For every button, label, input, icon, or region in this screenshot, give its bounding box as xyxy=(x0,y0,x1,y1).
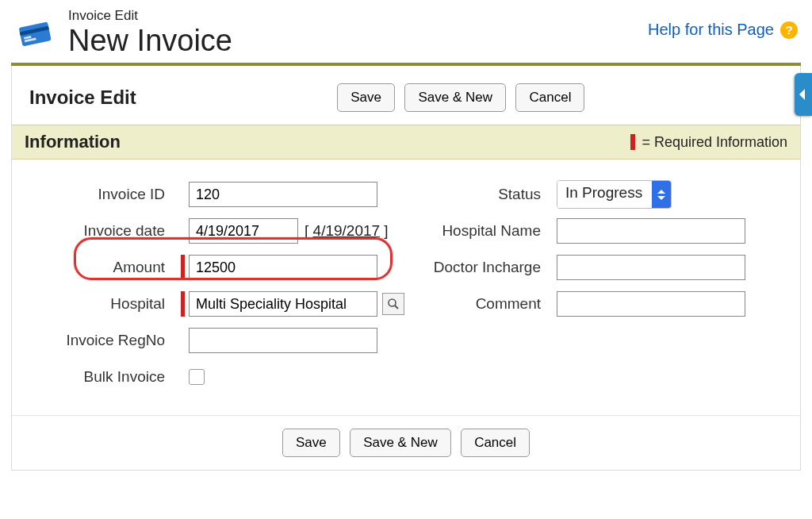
amount-label: Amount xyxy=(18,259,181,276)
invoice-id-label: Invoice ID xyxy=(18,186,181,203)
section-title: Information xyxy=(25,132,121,152)
invoice-card-icon xyxy=(16,14,54,52)
comment-label: Comment xyxy=(406,295,557,313)
status-label: Status xyxy=(406,186,557,203)
form-right-column: Status In Progress Hospital Name Doctor … xyxy=(406,172,794,399)
hospital-lookup-button[interactable] xyxy=(382,293,404,315)
hospital-input[interactable] xyxy=(189,291,377,317)
breadcrumb: Invoice Edit xyxy=(68,8,232,24)
edit-panel: Invoice Edit Save Save & New Cancel Info… xyxy=(11,66,801,471)
save-new-button[interactable]: Save & New xyxy=(350,429,451,457)
help-link[interactable]: Help for this Page ? xyxy=(648,21,798,39)
invoice-regno-label: Invoice RegNo xyxy=(18,332,181,349)
cancel-button[interactable]: Cancel xyxy=(461,429,530,457)
save-button[interactable]: Save xyxy=(282,429,340,457)
svg-line-5 xyxy=(395,306,398,309)
section-header: Information = Required Information xyxy=(12,125,800,160)
hospital-label: Hospital xyxy=(18,295,181,313)
required-bar-icon xyxy=(181,291,185,317)
hospital-name-input[interactable] xyxy=(557,218,745,244)
invoice-id-input[interactable] xyxy=(189,182,377,207)
invoice-date-quicklink[interactable]: [ 4/19/2017 ] xyxy=(304,222,389,240)
svg-point-4 xyxy=(389,299,396,306)
doctor-incharge-input[interactable] xyxy=(557,255,745,280)
comment-input[interactable] xyxy=(557,291,745,317)
invoice-regno-input[interactable] xyxy=(189,328,377,353)
status-select[interactable]: In Progress xyxy=(557,180,672,209)
top-button-row: Save Save & New Cancel xyxy=(136,83,786,112)
amount-input[interactable] xyxy=(189,255,377,280)
save-button[interactable]: Save xyxy=(337,83,395,112)
bulk-invoice-label: Bulk Invoice xyxy=(18,368,181,386)
page-title: New Invoice xyxy=(68,24,232,58)
bulk-invoice-checkbox[interactable] xyxy=(189,369,205,385)
bottom-button-row: Save Save & New Cancel xyxy=(12,415,800,470)
required-bar-icon xyxy=(630,134,635,150)
required-legend: = Required Information xyxy=(630,134,787,151)
form-left-column: Invoice ID Invoice date [ 4/19/2017 ] Am… xyxy=(18,172,406,399)
panel-title: Invoice Edit xyxy=(29,86,136,109)
help-link-label: Help for this Page xyxy=(648,21,774,39)
status-select-value: In Progress xyxy=(557,181,652,208)
form-body: Invoice ID Invoice date [ 4/19/2017 ] Am… xyxy=(12,160,800,415)
chevron-updown-icon xyxy=(652,181,671,208)
invoice-date-label: Invoice date xyxy=(18,222,181,240)
side-drawer-toggle[interactable] xyxy=(795,73,812,116)
required-legend-text: = Required Information xyxy=(642,134,787,151)
save-new-button[interactable]: Save & New xyxy=(404,83,506,112)
invoice-date-input[interactable] xyxy=(189,218,298,244)
cancel-button[interactable]: Cancel xyxy=(515,83,584,112)
help-icon: ? xyxy=(780,21,798,39)
hospital-name-label: Hospital Name xyxy=(406,222,557,240)
required-bar-icon xyxy=(181,255,185,280)
doctor-incharge-label: Doctor Incharge xyxy=(406,259,557,276)
search-icon xyxy=(387,298,400,310)
